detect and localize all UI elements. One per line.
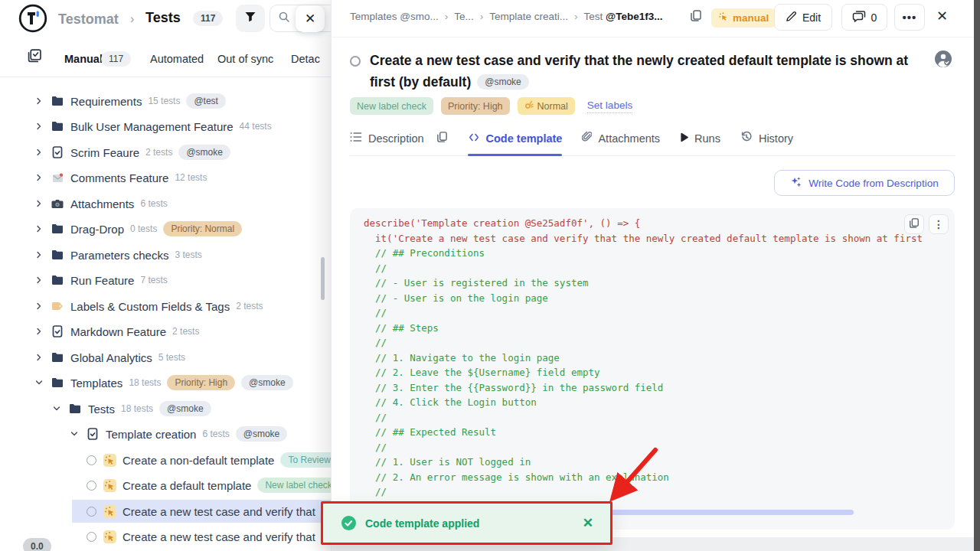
search-icon xyxy=(278,11,290,26)
tree-item-label: Bulk User Management Feature xyxy=(70,120,234,133)
sidebar-scrollbar[interactable] xyxy=(321,257,325,300)
toast-message: Code template applied xyxy=(365,517,479,530)
sidebar-test-item[interactable]: Create a non-default templateTo Review xyxy=(0,448,331,471)
filter-button[interactable] xyxy=(236,5,265,32)
more-actions-button[interactable]: ••• xyxy=(894,4,925,31)
tree-item-count: 18 tests xyxy=(121,403,153,414)
version-badge[interactable]: 0.0 xyxy=(23,538,51,551)
tree-item-count: 2 tests xyxy=(145,147,172,158)
set-labels-link[interactable]: Set labels xyxy=(587,99,632,113)
tree-item-badge: @smoke xyxy=(236,426,288,442)
folder-icon xyxy=(51,96,64,106)
tab-description[interactable]: Description xyxy=(350,130,424,155)
code-copy-button[interactable] xyxy=(904,214,924,234)
breadcrumb-item[interactable]: Test @Tebe1f3... xyxy=(584,11,663,22)
edit-button[interactable]: Edit xyxy=(774,4,832,31)
breadcrumb-item[interactable]: Te... xyxy=(454,11,474,22)
tree-item-label: Requirements xyxy=(70,95,142,108)
header-breadcrumb-separator: › xyxy=(130,12,134,26)
chevron-right-icon[interactable] xyxy=(34,224,44,233)
test-status-circle[interactable] xyxy=(350,56,361,67)
sidebar-test-item[interactable]: Create a default templateNew label check xyxy=(0,474,331,497)
page-vertical-scrollbar[interactable] xyxy=(974,0,980,551)
sidebar-folder-item[interactable]: Attachments6 tests xyxy=(0,192,331,215)
panel-close-button[interactable]: ✕ xyxy=(936,8,948,24)
comments-icon xyxy=(852,10,866,25)
sidebar-folder-item[interactable]: Markdown Feature2 tests xyxy=(0,320,331,343)
bulk-select-icon[interactable] xyxy=(28,49,41,66)
tab-attachments[interactable]: Attachments xyxy=(582,130,660,155)
folder-icon xyxy=(51,249,64,260)
tab-runs[interactable]: Runs xyxy=(680,130,720,155)
chevron-down-icon[interactable] xyxy=(69,429,80,439)
chevron-right-icon[interactable] xyxy=(34,148,44,157)
chevron-right-icon[interactable] xyxy=(34,302,44,311)
chevron-right-icon[interactable] xyxy=(34,327,44,336)
tab-history[interactable]: History xyxy=(740,130,793,155)
tab-detached[interactable]: Detac xyxy=(291,53,320,65)
tag-icon xyxy=(51,302,64,311)
sidebar-folder-item[interactable]: Tests18 tests@smoke xyxy=(0,397,331,420)
labels-row: New label checkPriority: HighNormalSet l… xyxy=(350,97,632,115)
sidebar-folder-item[interactable]: Drag-Drop0 testsPriority: Normal xyxy=(0,217,331,240)
tree-item-badge: To Review xyxy=(280,452,331,468)
sidebar-folder-item[interactable]: Scrim Feaure2 tests@smoke xyxy=(0,141,331,164)
sidebar-folder-item[interactable]: Global Analytics5 tests xyxy=(0,346,331,369)
tree-item-label: Create a new test case and verify that xyxy=(122,530,315,543)
chevron-right-icon[interactable] xyxy=(34,250,44,259)
tree-item-count: 15 tests xyxy=(148,96,180,106)
label-badge: Priority: High xyxy=(441,97,510,115)
copy-icon xyxy=(436,131,448,146)
breadcrumb-item[interactable]: Template creati... xyxy=(489,11,568,22)
chevron-right-icon[interactable] xyxy=(34,199,44,208)
sidebar-folder-item[interactable]: Comments Feature12 tests xyxy=(0,166,331,189)
folder-icon xyxy=(51,121,64,132)
code-more-button[interactable]: ⋮ xyxy=(929,214,949,234)
write-code-from-description-button[interactable]: Write Code from Description xyxy=(774,170,955,196)
app-name[interactable]: Testomat xyxy=(58,11,119,28)
toast-close-button[interactable]: ✕ xyxy=(583,515,593,531)
copy-description-button[interactable] xyxy=(436,130,448,155)
assignee-avatar[interactable] xyxy=(935,51,952,70)
chevron-down-icon[interactable] xyxy=(51,404,62,413)
tree-item-badge: Priority: High xyxy=(167,375,235,390)
tree-item-count: 7 tests xyxy=(140,275,167,285)
tree-item-label: Labels & Custom Fields & Tags xyxy=(70,300,230,313)
testomat-logo[interactable] xyxy=(18,4,47,36)
sidebar-test-item[interactable]: Create a new test case and verify that xyxy=(0,500,331,523)
history-icon xyxy=(740,131,753,145)
sidebar-folder-item[interactable]: Template creation6 tests@smoke xyxy=(0,422,331,445)
sidebar-folder-item[interactable]: Labels & Custom Fields & Tags2 tests xyxy=(0,295,331,318)
chevron-down-icon[interactable] xyxy=(34,378,44,387)
panel-tabs: DescriptionCode templateAttachmentsRunsH… xyxy=(350,130,955,156)
test-title: Create a new test case and verify that t… xyxy=(370,50,929,93)
chevron-right-icon[interactable] xyxy=(34,173,44,182)
chevron-right-icon[interactable] xyxy=(34,276,44,285)
breadcrumb-item[interactable]: Templates @smo... xyxy=(350,11,439,22)
sidebar-folder-item[interactable]: Requirements15 tests@test xyxy=(0,90,331,112)
tab-automated[interactable]: Automated xyxy=(150,53,204,65)
search-close-button[interactable]: ✕ xyxy=(296,5,325,32)
sidebar-folder-item[interactable]: Templates18 testsPriority: High@smoke xyxy=(0,371,331,394)
folder-icon xyxy=(51,223,64,234)
tab-out-of-sync[interactable]: Out of sync xyxy=(217,53,273,65)
tree-item-label: Parameters checks xyxy=(70,249,168,262)
test-status-circle xyxy=(87,532,96,542)
tree-item-label: Create a default template xyxy=(122,479,251,492)
code-icon xyxy=(468,132,480,145)
chevron-right-icon[interactable] xyxy=(34,96,44,106)
sidebar-folder-item[interactable]: Parameters checks3 tests xyxy=(0,243,331,266)
sidebar-folder-item[interactable]: Run Feature7 tests xyxy=(0,269,331,292)
tab-manual[interactable]: Manual xyxy=(64,53,103,65)
tree-item-label: Global Analytics xyxy=(70,351,152,364)
copy-test-id-button[interactable] xyxy=(690,9,702,25)
chevron-right-icon[interactable] xyxy=(34,122,44,131)
chevron-right-icon[interactable] xyxy=(34,353,44,362)
code-line: // xyxy=(364,410,955,425)
breadcrumb-separator: › xyxy=(445,11,449,22)
comments-button[interactable]: 0 xyxy=(841,4,887,31)
sidebar-folder-item[interactable]: Bulk User Management Feature44 tests xyxy=(0,115,331,138)
tab-code-template[interactable]: Code template xyxy=(468,130,563,155)
funnel-icon xyxy=(244,11,256,26)
doc-icon xyxy=(51,146,64,158)
